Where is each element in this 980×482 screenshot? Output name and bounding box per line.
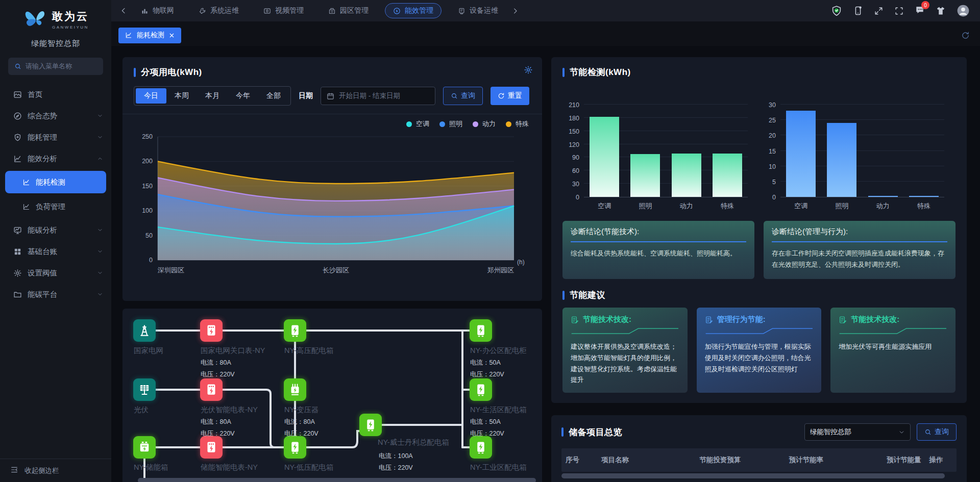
nav-item-0[interactable]: 物联网 bbox=[133, 3, 182, 18]
sidebar-subitem-3-0[interactable]: 能耗检测 bbox=[5, 171, 106, 193]
legend-dot bbox=[439, 121, 445, 127]
messages-icon[interactable]: 0 bbox=[915, 5, 925, 17]
tab-energy-monitor[interactable]: 能耗检测 bbox=[118, 28, 181, 43]
node-solar-icon[interactable] bbox=[133, 378, 156, 401]
divider bbox=[571, 241, 746, 242]
sidebar-item-2[interactable]: 能耗管理 bbox=[0, 127, 111, 147]
node-meter-icon[interactable] bbox=[200, 378, 223, 401]
content: 分项用电(kWh) 今日本周本月今年全部 日期 开始日期 - 结束日期 查询 bbox=[111, 46, 980, 482]
node-distbox-icon[interactable] bbox=[470, 319, 492, 342]
legend-item-动力[interactable]: 动力 bbox=[473, 119, 496, 129]
refresh-icon bbox=[498, 92, 505, 99]
refresh-icon[interactable] bbox=[961, 31, 970, 40]
total-bar-照明[interactable] bbox=[630, 154, 660, 197]
node-distbox-icon[interactable] bbox=[284, 319, 306, 342]
total-bar-空调[interactable] bbox=[590, 117, 619, 197]
sidebar-item-6[interactable]: 设置阀值 bbox=[0, 263, 111, 283]
trend-icon bbox=[125, 32, 132, 39]
node-distbox-icon[interactable] bbox=[470, 378, 492, 401]
date-range-input[interactable]: 开始日期 - 结束日期 bbox=[321, 87, 435, 105]
suggestion-card-0[interactable]: 节能技术技改: 建议整体开展供热及空调系统改造；增加高效节能智能灯具的使用比例，… bbox=[562, 308, 688, 393]
sidebar-item-5[interactable]: 基础台账 bbox=[0, 241, 111, 262]
brand-name-en: GANWEIYUN bbox=[52, 25, 89, 30]
suggestion-card-1[interactable]: 管理行为节能: 加强行为节能宣传与管理，根据实际使用及时关闭空调办公照明，结合光… bbox=[697, 308, 822, 393]
filter-2[interactable]: 本月 bbox=[197, 88, 228, 104]
filter-0[interactable]: 今日 bbox=[136, 88, 166, 104]
node-battery-icon[interactable] bbox=[133, 436, 156, 459]
svg-text:150: 150 bbox=[142, 183, 153, 190]
filter-4[interactable]: 全部 bbox=[258, 88, 289, 104]
nav-item-5[interactable]: 设备运维 bbox=[450, 3, 506, 18]
sidebar-item-7[interactable]: 能碳平台 bbox=[0, 284, 111, 305]
node-label: 国家电网关口表-NY bbox=[201, 346, 265, 356]
nav-item-4[interactable]: 能效管理 bbox=[385, 3, 442, 18]
node-meter-icon[interactable] bbox=[200, 436, 223, 459]
y-tick-label: 60 bbox=[572, 167, 579, 174]
saving-bar-动力[interactable] bbox=[868, 196, 898, 197]
shield-check-icon[interactable] bbox=[831, 5, 842, 16]
horizontal-scrollbar[interactable] bbox=[561, 473, 945, 478]
legend-item-特殊[interactable]: 特殊 bbox=[506, 119, 529, 129]
top-nav: 物联网 系统运维 视频管理 园区管理 能效管理 设备运维 bbox=[133, 3, 831, 18]
nav-back-chevron-icon[interactable] bbox=[119, 7, 128, 15]
screenshot-frame-icon[interactable] bbox=[894, 6, 904, 16]
avatar[interactable] bbox=[957, 4, 970, 17]
node-transformer-icon[interactable] bbox=[284, 378, 306, 401]
saving-bar-特殊[interactable] bbox=[909, 196, 939, 197]
doc-edit-icon bbox=[571, 316, 579, 324]
node-label: 光伏智能电表-NY bbox=[201, 405, 258, 415]
message-count-badge: 0 bbox=[921, 1, 929, 9]
nav-item-2[interactable]: 视频管理 bbox=[255, 3, 312, 18]
collapse-sidebar-button[interactable]: 收起侧边栏 bbox=[0, 459, 111, 482]
panel-settings-gear-icon[interactable] bbox=[524, 65, 533, 74]
calendar-icon bbox=[327, 92, 334, 100]
sidebar-item-3[interactable]: 能效分析 bbox=[0, 148, 111, 169]
total-bar-动力[interactable] bbox=[672, 154, 701, 197]
sidebar-subitem-3-1[interactable]: 负荷管理 bbox=[5, 195, 106, 218]
nav-item-3[interactable]: 园区管理 bbox=[320, 3, 377, 18]
query-button[interactable]: 查询 bbox=[443, 87, 483, 105]
menu-search-input[interactable]: 请输入菜单名称 bbox=[8, 58, 103, 75]
node-label: NY-变压器 bbox=[284, 405, 318, 415]
tab-close-icon[interactable] bbox=[169, 33, 175, 38]
reset-button[interactable]: 重置 bbox=[491, 87, 529, 105]
node-label: NY-办公区配电柜 bbox=[470, 346, 527, 356]
filter-1[interactable]: 本周 bbox=[166, 88, 197, 104]
x-category-label: 特殊 bbox=[721, 201, 734, 211]
horizontal-scrollbar[interactable] bbox=[138, 478, 536, 482]
sidebar-item-0[interactable]: 首页 bbox=[0, 84, 111, 105]
saving-bar-空调[interactable] bbox=[786, 111, 816, 197]
sidebar-item-4[interactable]: 能碳分析 bbox=[0, 220, 111, 240]
doc-edit-icon bbox=[839, 316, 847, 324]
node-distbox-icon[interactable] bbox=[284, 436, 306, 459]
mobile-icon[interactable] bbox=[853, 6, 863, 16]
projects-query-button[interactable]: 查询 bbox=[917, 423, 957, 441]
node-tower-icon[interactable] bbox=[133, 319, 156, 342]
saving-bar-照明[interactable] bbox=[827, 123, 856, 197]
saving-panel-title: 节能检测(kWh) bbox=[562, 66, 955, 78]
suggestion-card-2[interactable]: 节能技术技改: 增加光伏等可再生能源实施应用 bbox=[830, 308, 955, 393]
iot-icon bbox=[141, 7, 149, 15]
y-tick-label: 5 bbox=[772, 179, 776, 186]
legend-item-空调[interactable]: 空调 bbox=[406, 119, 429, 129]
filter-3[interactable]: 今年 bbox=[228, 88, 258, 104]
fullscreen-icon[interactable] bbox=[874, 6, 884, 16]
total-bar-特殊[interactable] bbox=[713, 154, 742, 197]
legend-item-照明[interactable]: 照明 bbox=[439, 119, 462, 129]
org-select[interactable]: 绿能智控总部 bbox=[804, 423, 911, 441]
nav-forward-chevron-icon[interactable] bbox=[511, 7, 519, 15]
sidebar-item-1[interactable]: 综合态势 bbox=[0, 106, 111, 126]
legend-dot bbox=[406, 121, 412, 127]
theme-shirt-icon[interactable] bbox=[936, 6, 946, 16]
node-label: NY-储能箱 bbox=[134, 463, 168, 472]
node-distbox-icon[interactable] bbox=[470, 436, 492, 459]
nav-item-1[interactable]: 系统运维 bbox=[190, 3, 247, 18]
trend-icon bbox=[13, 155, 22, 163]
suggestions-title: 节能建议 bbox=[562, 289, 955, 301]
x-category-label: 特殊 bbox=[917, 201, 930, 211]
node-meter-icon[interactable] bbox=[200, 319, 223, 342]
monitor-icon bbox=[13, 226, 22, 235]
svg-text:深圳园区: 深圳园区 bbox=[157, 266, 184, 274]
node-distbox-icon[interactable] bbox=[359, 414, 382, 436]
left-column: 分项用电(kWh) 今日本周本月今年全部 日期 开始日期 - 结束日期 查询 bbox=[122, 57, 542, 482]
